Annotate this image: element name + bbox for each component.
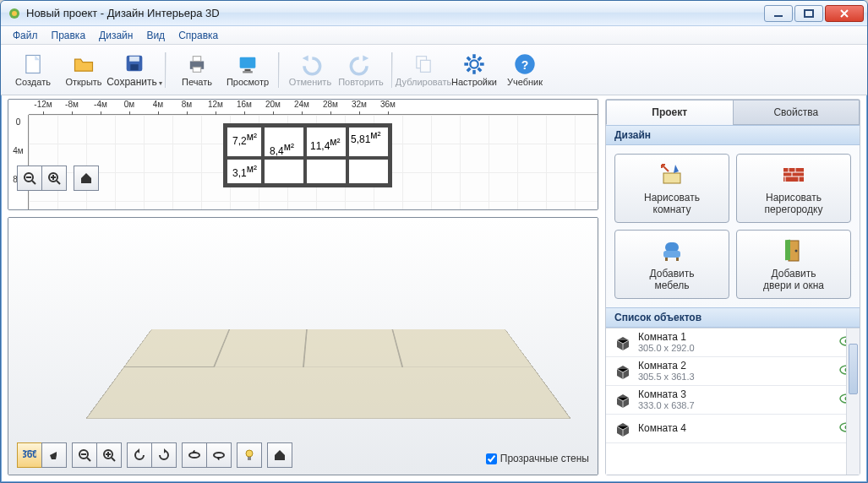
floor-3d [85,329,571,419]
menu-view[interactable]: Вид [139,28,172,43]
monitor-icon [236,52,259,76]
tab-properties[interactable]: Свойства [733,100,860,125]
print-button[interactable]: Печать [172,48,222,92]
svg-point-26 [246,450,253,457]
svg-rect-27 [248,457,251,460]
toolbar-separator [165,52,167,88]
tab-project[interactable]: Проект [606,100,734,125]
rotate-360-button[interactable]: 360 [17,442,42,468]
main-toolbar: Создать Открыть Сохранить▾ Печать Просмо… [1,45,867,95]
room-icon [614,363,631,380]
svg-rect-2 [774,15,783,17]
plan-canvas[interactable]: 7,2м² 8,4м² 11,4м² 5,81м² 3,1м² [29,115,598,209]
transparent-walls-checkbox[interactable]: Прозрачные стены [486,453,589,464]
menubar: Файл Правка Дизайн Вид Справка [1,26,867,45]
maximize-button[interactable] [794,5,823,22]
view-3d-canvas[interactable] [8,218,598,475]
zoom-in-3d-button[interactable] [96,442,122,468]
toolbar-separator [278,52,280,88]
zoom-out-button[interactable] [17,166,42,191]
home-3d-button[interactable] [267,442,292,468]
zoom-out-3d-button[interactable] [72,442,97,468]
workarea: -12м -8м -4м 0м 4м 8м 12м 16м 20м 24м 28… [8,99,598,475]
draw-partition-button[interactable]: Нарисоватьперегородку [736,154,851,223]
undo-button[interactable]: Отменить [285,48,336,92]
door-icon [780,237,807,264]
rotate-right-button[interactable] [151,442,177,468]
transparent-walls-input[interactable] [486,453,497,464]
folder-open-icon [72,52,96,76]
gear-icon [462,52,486,76]
group-objects-header: Список объектов [606,307,860,328]
menu-file[interactable]: Файл [6,28,45,43]
svg-rect-12 [245,69,251,71]
tilt-down-button[interactable] [182,442,207,468]
toolbar-separator [391,52,393,88]
menu-edit[interactable]: Правка [45,28,93,43]
svg-point-16 [470,60,478,68]
pan-button[interactable] [41,442,67,468]
svg-rect-29 [783,168,804,182]
svg-point-1 [12,11,17,16]
svg-rect-11 [240,57,256,68]
svg-text:?: ? [521,58,529,72]
side-tabs: Проект Свойства [606,100,860,125]
duplicate-icon [412,52,435,76]
svg-rect-35 [785,239,790,260]
help-icon: ? [513,52,537,76]
light-button[interactable] [237,442,262,468]
ruler-horizontal: -12м -8м -4м 0м 4м 8м 12м 16м 20м 24м 28… [29,100,598,115]
list-item[interactable]: Комната 4 [606,415,860,443]
titlebar: Новый проект - Дизайн Интерьера 3D [1,1,867,26]
new-button[interactable]: Создать [8,48,58,92]
menu-design[interactable]: Дизайн [92,28,139,43]
duplicate-button[interactable]: Дублировать [398,48,449,92]
menu-help[interactable]: Справка [172,28,225,43]
list-item[interactable]: Комната 1305.0 x 292.0 [606,328,860,357]
add-doors-windows-button[interactable]: Добавитьдвери и окна [736,230,851,299]
redo-button[interactable]: Повторить [336,48,386,92]
view-3d-pane[interactable]: 360 Прозрачные стены [8,217,598,475]
side-panel: Проект Свойства Дизайн Нарисоватькомнату… [605,99,860,475]
object-list[interactable]: Комната 1305.0 x 292.0 Комната 2305.5 x … [606,328,860,475]
svg-rect-13 [243,71,253,73]
ruler-vertical: 0 4м 8м [8,115,29,209]
window-title: Новый проект - Дизайн Интерьера 3D [26,7,762,19]
tilt-up-button[interactable] [206,442,232,468]
scrollbar-thumb[interactable] [849,344,858,394]
add-furniture-button[interactable]: Добавитьмебель [614,230,729,299]
close-button[interactable] [825,5,864,22]
floorplan[interactable]: 7,2м² 8,4м² 11,4м² 5,81м² 3,1м² [223,123,392,187]
svg-rect-28 [663,173,680,183]
save-dropdown-icon[interactable]: ▾ [159,79,162,87]
settings-button[interactable]: Настройки [449,48,500,92]
tutorial-button[interactable]: ? Учебник [500,48,550,92]
draw-room-button[interactable]: Нарисоватькомнату [614,154,729,223]
design-buttons: Нарисоватькомнату Нарисоватьперегородку … [606,145,860,307]
room-icon [614,392,631,409]
draw-room-icon [658,161,685,188]
svg-rect-31 [663,251,680,258]
plan-2d-pane[interactable]: -12м -8м -4м 0м 4м 8м 12м 16м 20м 24м 28… [8,99,598,210]
svg-rect-33 [676,258,679,261]
preview-button[interactable]: Просмотр [222,48,273,92]
zoom-in-button[interactable] [41,166,67,191]
plan-zoom-controls [17,166,99,191]
svg-rect-10 [193,68,200,73]
object-list-scrollbar[interactable] [846,328,860,475]
rotate-left-button[interactable] [127,442,152,468]
minimize-button[interactable] [764,5,793,22]
new-file-icon [21,52,45,76]
list-item[interactable]: Комната 3333.0 x 638.7 [606,386,860,415]
svg-point-36 [795,249,798,252]
redo-icon [349,52,373,76]
view-3d-toolbar: 360 [17,442,292,468]
svg-rect-4 [26,56,40,73]
svg-rect-6 [129,57,139,62]
open-button[interactable]: Открыть [58,48,109,92]
undo-icon [298,52,322,76]
brick-wall-icon [780,161,807,188]
list-item[interactable]: Комната 2305.5 x 361.3 [606,357,860,386]
home-view-button[interactable] [74,166,99,191]
save-button[interactable]: Сохранить▾ [109,48,160,92]
